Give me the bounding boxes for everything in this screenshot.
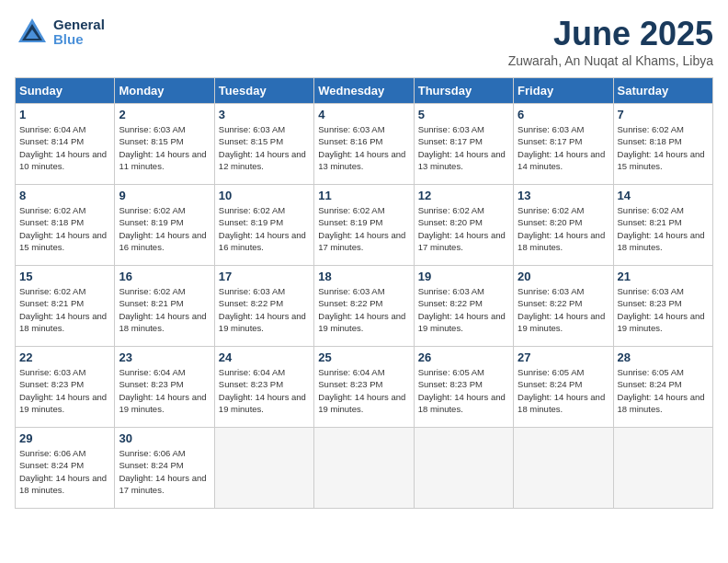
day-number: 6 (518, 108, 609, 121)
calendar-cell: 24Sunrise: 6:04 AMSunset: 8:23 PMDayligh… (214, 347, 313, 428)
calendar-cell: 7Sunrise: 6:02 AMSunset: 8:18 PMDaylight… (613, 104, 712, 185)
day-number: 17 (219, 270, 310, 283)
calendar-cell (414, 428, 513, 509)
calendar-cell: 5Sunrise: 6:03 AMSunset: 8:17 PMDaylight… (414, 104, 513, 185)
weekday-header-friday: Friday (514, 78, 613, 104)
weekday-header-tuesday: Tuesday (214, 78, 313, 104)
calendar-cell: 10Sunrise: 6:02 AMSunset: 8:19 PMDayligh… (214, 185, 313, 266)
day-number: 21 (618, 270, 709, 283)
weekday-header-thursday: Thursday (414, 78, 513, 104)
calendar-cell: 1Sunrise: 6:04 AMSunset: 8:14 PMDaylight… (16, 104, 115, 185)
calendar-week-row: 22Sunrise: 6:03 AMSunset: 8:23 PMDayligh… (16, 347, 713, 428)
calendar-cell: 22Sunrise: 6:03 AMSunset: 8:23 PMDayligh… (16, 347, 115, 428)
day-info: Sunrise: 6:03 AMSunset: 8:17 PMDaylight:… (418, 123, 509, 172)
calendar-cell: 2Sunrise: 6:03 AMSunset: 8:15 PMDaylight… (115, 104, 214, 185)
day-info: Sunrise: 6:02 AMSunset: 8:21 PMDaylight:… (618, 204, 709, 253)
day-info: Sunrise: 6:02 AMSunset: 8:21 PMDaylight:… (119, 285, 210, 334)
day-number: 27 (518, 350, 609, 364)
day-number: 3 (219, 108, 310, 121)
day-info: Sunrise: 6:02 AMSunset: 8:21 PMDaylight:… (19, 285, 110, 334)
calendar-week-row: 29Sunrise: 6:06 AMSunset: 8:24 PMDayligh… (16, 428, 713, 509)
day-info: Sunrise: 6:06 AMSunset: 8:24 PMDaylight:… (19, 447, 110, 496)
day-number: 24 (219, 350, 310, 364)
day-number: 13 (518, 189, 609, 202)
day-info: Sunrise: 6:02 AMSunset: 8:19 PMDaylight:… (318, 204, 409, 253)
day-number: 15 (19, 270, 110, 283)
day-info: Sunrise: 6:03 AMSunset: 8:23 PMDaylight:… (19, 366, 110, 415)
day-number: 9 (119, 189, 210, 202)
day-number: 16 (119, 270, 210, 283)
calendar: SundayMondayTuesdayWednesdayThursdayFrid… (15, 77, 713, 509)
day-number: 14 (618, 189, 709, 202)
day-info: Sunrise: 6:06 AMSunset: 8:24 PMDaylight:… (119, 447, 210, 496)
day-info: Sunrise: 6:02 AMSunset: 8:19 PMDaylight:… (119, 204, 210, 253)
day-info: Sunrise: 6:02 AMSunset: 8:19 PMDaylight:… (219, 204, 310, 253)
day-number: 29 (19, 431, 110, 445)
day-number: 1 (19, 108, 110, 121)
day-number: 5 (418, 108, 509, 121)
day-number: 11 (318, 189, 409, 202)
day-number: 2 (119, 108, 210, 121)
day-number: 23 (119, 350, 210, 364)
day-number: 7 (618, 108, 709, 121)
calendar-cell: 26Sunrise: 6:05 AMSunset: 8:23 PMDayligh… (414, 347, 513, 428)
calendar-cell (514, 428, 613, 509)
day-number: 30 (119, 431, 210, 445)
calendar-cell: 16Sunrise: 6:02 AMSunset: 8:21 PMDayligh… (115, 266, 214, 347)
month-title: June 2025 (508, 15, 713, 53)
calendar-cell: 8Sunrise: 6:02 AMSunset: 8:18 PMDaylight… (16, 185, 115, 266)
calendar-cell: 13Sunrise: 6:02 AMSunset: 8:20 PMDayligh… (514, 185, 613, 266)
calendar-cell: 25Sunrise: 6:04 AMSunset: 8:23 PMDayligh… (314, 347, 414, 428)
calendar-cell: 29Sunrise: 6:06 AMSunset: 8:24 PMDayligh… (16, 428, 115, 509)
day-info: Sunrise: 6:03 AMSunset: 8:23 PMDaylight:… (618, 285, 709, 334)
calendar-cell: 9Sunrise: 6:02 AMSunset: 8:19 PMDaylight… (115, 185, 214, 266)
calendar-week-row: 8Sunrise: 6:02 AMSunset: 8:18 PMDaylight… (16, 185, 713, 266)
calendar-cell: 23Sunrise: 6:04 AMSunset: 8:23 PMDayligh… (115, 347, 214, 428)
calendar-week-row: 15Sunrise: 6:02 AMSunset: 8:21 PMDayligh… (16, 266, 713, 347)
day-number: 10 (219, 189, 310, 202)
calendar-cell: 20Sunrise: 6:03 AMSunset: 8:22 PMDayligh… (514, 266, 613, 347)
calendar-cell (314, 428, 414, 509)
day-info: Sunrise: 6:03 AMSunset: 8:22 PMDaylight:… (219, 285, 310, 334)
day-number: 22 (19, 350, 110, 364)
location-title: Zuwarah, An Nuqat al Khams, Libya (508, 53, 713, 68)
calendar-cell: 15Sunrise: 6:02 AMSunset: 8:21 PMDayligh… (16, 266, 115, 347)
day-info: Sunrise: 6:03 AMSunset: 8:22 PMDaylight:… (518, 285, 609, 334)
title-area: June 2025 Zuwarah, An Nuqat al Khams, Li… (508, 15, 713, 68)
day-info: Sunrise: 6:02 AMSunset: 8:20 PMDaylight:… (418, 204, 509, 253)
day-info: Sunrise: 6:03 AMSunset: 8:22 PMDaylight:… (418, 285, 509, 334)
day-info: Sunrise: 6:05 AMSunset: 8:24 PMDaylight:… (518, 366, 609, 415)
calendar-cell: 21Sunrise: 6:03 AMSunset: 8:23 PMDayligh… (613, 266, 712, 347)
day-info: Sunrise: 6:05 AMSunset: 8:24 PMDaylight:… (618, 366, 709, 415)
day-info: Sunrise: 6:04 AMSunset: 8:14 PMDaylight:… (19, 123, 110, 172)
day-number: 8 (19, 189, 110, 202)
day-info: Sunrise: 6:03 AMSunset: 8:16 PMDaylight:… (318, 123, 409, 172)
day-info: Sunrise: 6:03 AMSunset: 8:15 PMDaylight:… (119, 123, 210, 172)
day-number: 4 (318, 108, 409, 121)
logo: General Blue (15, 15, 105, 50)
day-number: 20 (518, 270, 609, 283)
logo-text: General Blue (53, 17, 105, 48)
calendar-cell (214, 428, 313, 509)
weekday-header-monday: Monday (115, 78, 214, 104)
weekday-header-sunday: Sunday (16, 78, 115, 104)
day-info: Sunrise: 6:05 AMSunset: 8:23 PMDaylight:… (418, 366, 509, 415)
day-number: 12 (418, 189, 509, 202)
day-info: Sunrise: 6:04 AMSunset: 8:23 PMDaylight:… (219, 366, 310, 415)
day-info: Sunrise: 6:02 AMSunset: 8:20 PMDaylight:… (518, 204, 609, 253)
day-number: 19 (418, 270, 509, 283)
calendar-cell (613, 428, 712, 509)
calendar-cell: 19Sunrise: 6:03 AMSunset: 8:22 PMDayligh… (414, 266, 513, 347)
logo-icon (15, 15, 50, 50)
day-number: 26 (418, 350, 509, 364)
day-info: Sunrise: 6:02 AMSunset: 8:18 PMDaylight:… (618, 123, 709, 172)
weekday-header-saturday: Saturday (613, 78, 712, 104)
logo-general: General (53, 17, 105, 33)
calendar-header-row: SundayMondayTuesdayWednesdayThursdayFrid… (16, 78, 713, 104)
day-number: 28 (618, 350, 709, 364)
day-info: Sunrise: 6:02 AMSunset: 8:18 PMDaylight:… (19, 204, 110, 253)
calendar-cell: 11Sunrise: 6:02 AMSunset: 8:19 PMDayligh… (314, 185, 414, 266)
calendar-cell: 14Sunrise: 6:02 AMSunset: 8:21 PMDayligh… (613, 185, 712, 266)
day-info: Sunrise: 6:03 AMSunset: 8:22 PMDaylight:… (318, 285, 409, 334)
day-info: Sunrise: 6:03 AMSunset: 8:15 PMDaylight:… (219, 123, 310, 172)
